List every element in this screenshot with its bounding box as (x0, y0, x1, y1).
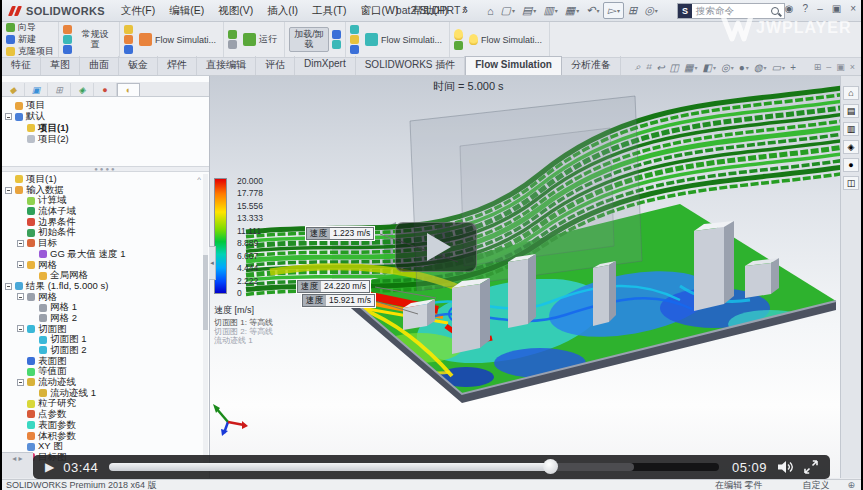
tree-item[interactable]: 网格 (2, 260, 209, 271)
volume-icon[interactable] (777, 460, 794, 474)
tree-item[interactable]: 结果 (1.fld, 5.000 s) (2, 281, 209, 292)
appearances-icon[interactable]: ● (843, 158, 859, 172)
tree-item[interactable]: 初始条件 (2, 227, 209, 238)
save-icon: ▥ (543, 4, 553, 17)
doc-cascade-icon[interactable]: ⊞ (814, 62, 822, 72)
command-tab[interactable]: 直接编辑 (197, 56, 256, 75)
general-settings-button[interactable]: 常规设置 (75, 28, 115, 52)
property-manager-tab[interactable]: ▣ (25, 83, 48, 96)
video-play-overlay-button[interactable] (395, 222, 477, 272)
flow-simulation-features-button[interactable]: Flow Simulati... (136, 31, 219, 48)
expander-icon[interactable] (17, 240, 24, 247)
lightbulb-icon[interactable] (454, 29, 463, 40)
command-tab[interactable]: SOLIDWORKS 插件 (356, 56, 466, 75)
video-scrubber-handle[interactable] (543, 459, 558, 474)
view-palette-icon[interactable]: ◈ (843, 140, 859, 154)
tree-item[interactable]: 流动迹线 (2, 377, 209, 388)
scrollbar-thumb[interactable] (203, 255, 208, 330)
expander-icon[interactable] (5, 113, 12, 120)
command-tab[interactable]: 草图 (41, 56, 80, 75)
dimxpert-manager-tab[interactable]: ◈ (71, 83, 94, 96)
tree-item[interactable]: 等值面 (2, 366, 209, 377)
tree-item[interactable]: 计算域 (2, 195, 209, 206)
expander-icon[interactable] (5, 283, 12, 290)
display-manager-tab[interactable]: ● (94, 83, 117, 96)
panel-collapse-handle[interactable]: ◂ (209, 246, 216, 280)
velocity-callout[interactable]: 速度24.220 m/s (297, 280, 370, 293)
legend-caption: 切面图 1: 等高线 (214, 318, 273, 327)
doc-minimize-icon[interactable]: – (826, 62, 831, 72)
fullscreen-icon[interactable] (804, 460, 818, 474)
tree-item[interactable]: 目标 (2, 238, 209, 249)
tree-item[interactable]: 体积参数 (2, 431, 209, 442)
building-front-tower (452, 278, 490, 354)
tree-item[interactable]: 项目 (2, 100, 209, 111)
file-explorer-icon[interactable]: ▥ (843, 122, 859, 136)
tree-item[interactable]: 项目(1) (2, 122, 209, 133)
tree-scrollbar[interactable] (203, 174, 208, 463)
tree-item[interactable]: 项目(2) (2, 134, 209, 145)
custom-properties-icon[interactable]: ◫ (843, 176, 859, 190)
velocity-callout[interactable]: 速度1.223 m/s (306, 227, 374, 240)
model-tab-scroll-strip[interactable]: ◂ ▸ (2, 452, 33, 478)
expander-icon[interactable] (5, 187, 12, 194)
menu-item[interactable]: 编辑(E) (163, 2, 210, 20)
video-play-button[interactable]: ▶ (33, 460, 63, 474)
menu-item[interactable]: 文件(F) (115, 2, 161, 20)
expander-icon[interactable] (17, 325, 24, 332)
flow-simulation-display-button[interactable]: Flow Simulati... (466, 32, 545, 47)
command-tab[interactable]: 焊件 (158, 56, 197, 75)
tree-item-icon (27, 368, 35, 376)
command-tab[interactable]: 曲面 (80, 56, 119, 75)
run-button[interactable]: 运行 (240, 31, 280, 48)
load-unload-button[interactable]: 加载/卸载 (289, 27, 329, 53)
tree-item[interactable]: 流动迹线 1 (2, 388, 209, 399)
feature-manager-tab[interactable]: ◆ (2, 83, 25, 96)
tree-item[interactable]: 表面参数 (2, 420, 209, 431)
flow-simulation-tools-button[interactable]: Flow Simulati... (362, 31, 445, 48)
tree-item[interactable]: 全局网格 (2, 270, 209, 281)
resources-home-icon[interactable]: ⌂ (843, 86, 859, 100)
status-custom-dropdown[interactable]: 自定义 (802, 479, 829, 490)
tree-item[interactable]: 点参数 (2, 409, 209, 420)
tree-item[interactable]: 粒子研究 (2, 398, 209, 409)
menu-item[interactable]: 插入(I) (261, 2, 304, 20)
command-tab[interactable]: DimXpert (295, 56, 356, 75)
command-tab[interactable]: Flow Simulation (465, 56, 562, 75)
expander-icon[interactable] (17, 293, 24, 300)
tree-item[interactable]: 网格 1 (2, 302, 209, 313)
simulation-tree-tab[interactable]: ◐ (117, 83, 140, 96)
tree-item[interactable]: 项目(1) (2, 174, 209, 185)
flow-tools-group: Flow Simulati... (346, 22, 450, 57)
tree-item[interactable]: GG 最大值 速度 1 (2, 249, 209, 260)
expander-icon[interactable] (17, 261, 24, 268)
tree-item[interactable]: 网格 2 (2, 313, 209, 324)
expander-icon[interactable] (17, 379, 24, 386)
tree-item[interactable]: 切面图 1 (2, 334, 209, 345)
tree-item[interactable]: XY 图 (2, 441, 209, 452)
design-library-icon[interactable]: ▤ (843, 104, 859, 118)
doc-close-icon[interactable]: × (850, 62, 855, 72)
tree-item[interactable]: 切面图 2 (2, 345, 209, 356)
tree-item[interactable]: 默认 (2, 111, 209, 122)
command-tab[interactable]: 特征 (2, 56, 41, 75)
command-tab[interactable]: 评估 (256, 56, 295, 75)
configuration-manager-tab[interactable]: ⊞ (48, 83, 71, 96)
doc-restore-icon[interactable]: ▣ (836, 62, 845, 72)
wizard-button[interactable]: 向导 (6, 22, 54, 33)
tree-item[interactable]: 表面图 (2, 356, 209, 367)
menu-item[interactable]: 工具(T) (306, 2, 352, 20)
tree-item[interactable]: 边界条件 (2, 217, 209, 228)
tree-item[interactable]: 输入数据 (2, 185, 209, 196)
tree-item[interactable]: 切面图 (2, 324, 209, 335)
new-project-button[interactable]: 新建 (6, 34, 54, 45)
video-progress-bar[interactable] (109, 463, 719, 471)
menu-item[interactable]: 视图(V) (212, 2, 259, 20)
graphics-viewport[interactable]: 时间 = 5.000 s (210, 76, 840, 478)
velocity-callout[interactable]: 速度15.921 m/s (302, 294, 375, 307)
command-tab[interactable]: 分析准备 (562, 56, 621, 75)
tree-collapse-icon[interactable]: ^ (197, 175, 201, 184)
tree-item[interactable]: 流体子域 (2, 206, 209, 217)
tree-item[interactable]: 网格 (2, 292, 209, 303)
command-tab[interactable]: 钣金 (119, 56, 158, 75)
